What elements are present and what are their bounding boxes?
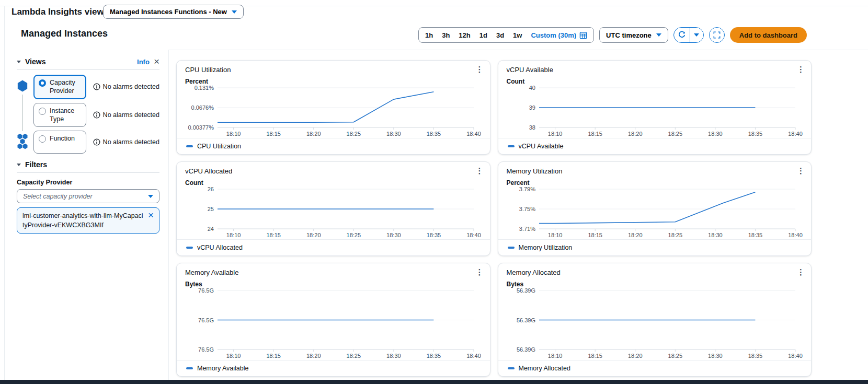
legend-marker (508, 367, 515, 369)
time-range-3h[interactable]: 3h (442, 31, 450, 39)
capacity-provider-label: Capacity Provider (17, 179, 159, 186)
collapse-caret-icon[interactable] (17, 164, 21, 166)
view-option-function[interactable]: Function (33, 131, 86, 154)
divider (17, 69, 159, 70)
refresh-icon (678, 31, 686, 39)
chart-card-memory-available: Memory Available ⋮ Bytes 76.5G76.5G76.5G… (176, 263, 490, 377)
y-axis-unit: Count (507, 78, 803, 85)
collapse-caret-icon[interactable] (17, 61, 21, 63)
remove-token-icon[interactable]: × (148, 211, 154, 219)
view-row-capacity-provider: Capacity Provider No alarms detected (33, 75, 159, 99)
chart-card-cpu-utilization: CPU Utilization ⋮ Percent 0.131%0.0676%0… (176, 60, 490, 155)
radio-icon[interactable] (39, 108, 46, 115)
vcpu-allocated-chart[interactable]: 26252418:1018:1518:2018:2518:3018:3518:4… (185, 187, 482, 239)
chart-title: Memory Available (185, 269, 238, 276)
close-icon[interactable]: × (154, 58, 159, 65)
view-option-capacity-provider[interactable]: Capacity Provider (33, 75, 86, 99)
svg-text:18:40: 18:40 (466, 131, 481, 137)
memory-utilization-chart[interactable]: 3.79%3.75%3.71%18:1018:1518:2018:2518:30… (507, 187, 804, 239)
info-icon (93, 83, 100, 90)
add-to-dashboard-button[interactable]: Add to dashboard (730, 27, 807, 43)
chart-legend: Memory Allocated (498, 360, 812, 376)
refresh-options-button[interactable] (690, 28, 703, 42)
sidebar: Views Info × Capacity Provider (17, 57, 159, 234)
svg-text:26: 26 (208, 187, 214, 192)
time-range-1h[interactable]: 1h (425, 31, 433, 39)
y-axis-unit: Bytes (507, 281, 803, 288)
svg-text:18:40: 18:40 (788, 353, 803, 359)
svg-text:18:25: 18:25 (347, 232, 361, 238)
chart-legend: Memory Available (177, 360, 490, 376)
views-title: Views (25, 57, 45, 66)
legend-marker (508, 247, 515, 249)
token-label: lmi-customer-analytics-with-llm-MyCapaci… (22, 211, 144, 230)
timezone-dropdown[interactable]: UTC timezone (599, 27, 668, 43)
chart-card-memory-allocated: Memory Allocated ⋮ Bytes 56.39G56.39G56.… (498, 263, 812, 377)
chart-legend: vCPU Available (498, 138, 812, 154)
info-link[interactable]: Info (137, 58, 150, 66)
select-placeholder: Select capacity provider (23, 193, 148, 200)
svg-text:18:15: 18:15 (588, 131, 602, 137)
chart-card-memory-utilization: Memory Utilization ⋮ Percent 3.79%3.75%3… (498, 161, 812, 256)
time-range-1w[interactable]: 1w (513, 31, 522, 39)
sidebar-charts-divider (168, 50, 169, 380)
time-range-12h[interactable]: 12h (459, 31, 470, 39)
vcpu-available-chart[interactable]: 40393818:1018:1518:2018:2518:3018:3518:4… (507, 85, 804, 138)
svg-text:18:35: 18:35 (427, 232, 441, 238)
legend-label: CPU Utilization (197, 143, 241, 150)
cpu-utilization-chart[interactable]: 0.131%0.0676%0.00377%18:1018:1518:2018:2… (185, 85, 482, 138)
svg-text:18:30: 18:30 (386, 353, 401, 359)
radio-icon[interactable] (39, 135, 46, 143)
alarm-status: No alarms detected (93, 138, 159, 146)
chart-menu-icon[interactable]: ⋮ (797, 167, 805, 174)
timezone-value: UTC timezone (606, 31, 652, 39)
chevron-down-icon (694, 33, 699, 37)
svg-text:25: 25 (208, 206, 214, 212)
svg-text:18:35: 18:35 (748, 353, 762, 359)
chart-title: CPU Utilization (185, 66, 231, 74)
chart-menu-icon[interactable]: ⋮ (476, 66, 484, 73)
time-range-custom[interactable]: Custom (30m) (531, 31, 587, 39)
time-range-1d[interactable]: 1d (479, 31, 487, 39)
svg-text:56.39G: 56.39G (516, 288, 535, 294)
chart-legend: vCPU Allocated (177, 239, 490, 255)
info-icon (93, 138, 100, 146)
chart-menu-icon[interactable]: ⋮ (797, 66, 805, 73)
time-range-3d[interactable]: 3d (496, 31, 504, 39)
connector-line (22, 95, 23, 131)
svg-text:18:10: 18:10 (226, 353, 241, 359)
insights-view-dropdown[interactable]: Managed Instances Functions - New (103, 5, 244, 19)
svg-text:3.79%: 3.79% (519, 187, 535, 192)
filters-header: Filters (17, 160, 159, 169)
radio-selected-icon[interactable] (39, 79, 46, 87)
chart-card-vcpu-available: vCPU Available ⋮ Count 40393818:1018:151… (498, 60, 812, 155)
svg-text:76.5G: 76.5G (198, 346, 214, 353)
alarm-status: No alarms detected (93, 111, 159, 119)
fullscreen-button[interactable] (709, 27, 725, 43)
svg-text:56.39G: 56.39G (516, 317, 535, 323)
page-title: Managed Instances (21, 28, 108, 39)
bottom-edge-bar (0, 380, 868, 384)
chart-toolbar: 1h 3h 12h 1d 3d 1w Custom (30m) UTC time… (418, 27, 807, 43)
svg-text:3.71%: 3.71% (519, 226, 535, 232)
memory-allocated-chart[interactable]: 56.39G56.39G56.39G18:1018:1518:2018:2518… (507, 288, 804, 360)
views-header: Views Info × (17, 57, 159, 66)
capacity-provider-hexagon-icon (17, 79, 28, 92)
svg-text:18:20: 18:20 (306, 353, 321, 359)
chart-menu-icon[interactable]: ⋮ (476, 167, 484, 174)
y-axis-unit: Percent (185, 78, 482, 85)
charts-grid: CPU Utilization ⋮ Percent 0.131%0.0676%0… (176, 60, 812, 377)
svg-text:18:30: 18:30 (386, 131, 401, 137)
view-option-instance-type[interactable]: Instance Type (33, 103, 86, 127)
y-axis-unit: Bytes (185, 281, 482, 288)
chart-menu-icon[interactable]: ⋮ (476, 269, 484, 276)
refresh-button[interactable] (674, 28, 690, 42)
capacity-provider-select[interactable]: Select capacity provider (17, 189, 159, 203)
chart-menu-icon[interactable]: ⋮ (797, 269, 805, 276)
svg-text:18:20: 18:20 (627, 232, 642, 238)
svg-text:18:20: 18:20 (306, 232, 321, 238)
svg-text:18:25: 18:25 (668, 232, 682, 238)
memory-available-chart[interactable]: 76.5G76.5G76.5G18:1018:1518:2018:2518:30… (185, 288, 482, 360)
chart-legend: CPU Utilization (177, 138, 490, 154)
legend-label: Memory Available (197, 365, 248, 372)
